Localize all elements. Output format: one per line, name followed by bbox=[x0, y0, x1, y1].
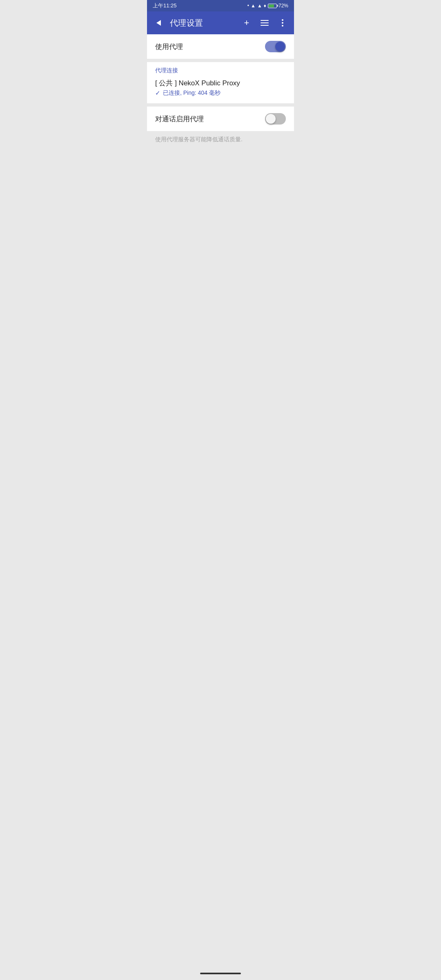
proxy-status: ✓ 已连接, Ping: 404 毫秒 bbox=[155, 89, 286, 97]
use-proxy-item: 使用代理 bbox=[147, 34, 294, 59]
proxy-status-text: 已连接, Ping: 404 毫秒 bbox=[163, 89, 220, 97]
check-icon: ✓ bbox=[155, 89, 160, 97]
add-button[interactable]: + bbox=[238, 15, 255, 31]
proxy-name: [ 公共 ] NekoX Public Proxy bbox=[155, 78, 286, 88]
plus-icon: + bbox=[244, 18, 249, 27]
status-bar: 上午11:25 • ▲ ▲ ♦ 72% bbox=[147, 0, 294, 11]
call-proxy-thumb bbox=[266, 114, 276, 124]
use-proxy-toggle[interactable] bbox=[265, 41, 286, 52]
app-bar-actions: + bbox=[238, 15, 291, 31]
use-proxy-label: 使用代理 bbox=[155, 42, 183, 51]
wifi-icon: ♦ bbox=[264, 3, 266, 9]
call-proxy-label: 对通话启用代理 bbox=[155, 114, 204, 124]
battery-percent: 72% bbox=[278, 3, 288, 9]
app-bar: 代理设置 + bbox=[147, 11, 294, 34]
proxy-connection-section: 代理连接 [ 公共 ] NekoX Public Proxy ✓ 已连接, Pi… bbox=[147, 62, 294, 103]
hamburger-icon bbox=[261, 20, 269, 26]
status-right: • ▲ ▲ ♦ 72% bbox=[247, 3, 288, 9]
back-arrow-icon bbox=[156, 20, 161, 26]
bluetooth-icon: • bbox=[247, 3, 249, 9]
more-button[interactable] bbox=[274, 15, 291, 31]
menu-button[interactable] bbox=[256, 15, 273, 31]
call-proxy-toggle[interactable] bbox=[265, 113, 286, 125]
call-proxy-hint: 使用代理服务器可能降低通话质量. bbox=[147, 131, 294, 148]
proxy-section-title: 代理连接 bbox=[155, 67, 286, 74]
content: 使用代理 代理连接 [ 公共 ] NekoX Public Proxy ✓ 已连… bbox=[147, 34, 294, 148]
page-title: 代理设置 bbox=[170, 18, 235, 29]
back-button[interactable] bbox=[150, 15, 167, 31]
battery-icon bbox=[268, 4, 277, 8]
use-proxy-thumb bbox=[275, 42, 285, 51]
call-proxy-hint-text: 使用代理服务器可能降低通话质量. bbox=[155, 136, 243, 143]
use-proxy-section: 使用代理 bbox=[147, 34, 294, 59]
call-proxy-section: 对通话启用代理 bbox=[147, 107, 294, 131]
signal-icon-2: ▲ bbox=[257, 3, 262, 9]
status-time: 上午11:25 bbox=[153, 2, 177, 9]
signal-icon-1: ▲ bbox=[251, 3, 256, 9]
dots-icon bbox=[282, 19, 283, 27]
call-proxy-item: 对通话启用代理 bbox=[147, 107, 294, 131]
